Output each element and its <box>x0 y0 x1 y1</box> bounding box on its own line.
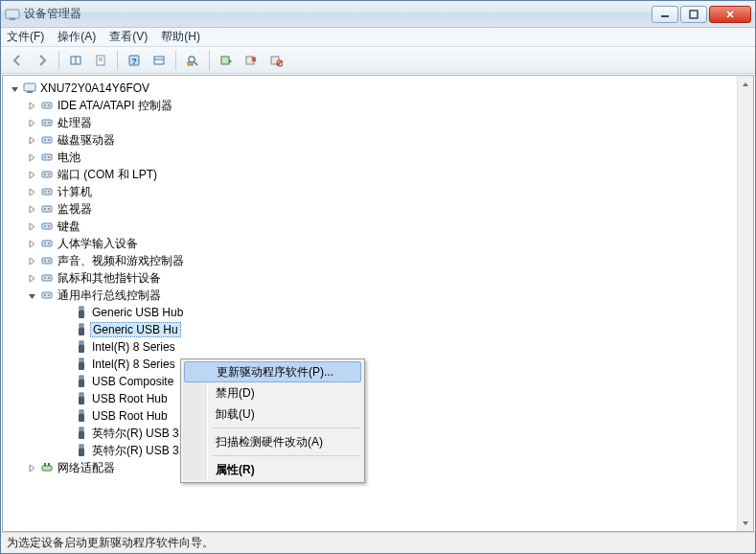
svg-rect-79 <box>48 463 50 466</box>
expander-closed-icon[interactable] <box>26 220 37 232</box>
svg-rect-74 <box>79 431 84 439</box>
svg-rect-3 <box>690 11 698 18</box>
show-hide-console-button[interactable] <box>65 50 86 71</box>
tree-item[interactable]: USB Root Hub <box>3 390 737 407</box>
svg-rect-41 <box>42 206 52 212</box>
expander-closed-icon[interactable] <box>26 151 37 163</box>
context-menu-separator <box>212 427 360 428</box>
properties-button[interactable] <box>90 50 111 71</box>
tree-category[interactable]: 通用串行总线控制器 <box>3 287 737 304</box>
tree-category[interactable]: 鼠标和其他指针设备 <box>3 269 737 287</box>
svg-rect-70 <box>79 397 84 404</box>
expander-open-icon[interactable] <box>9 82 20 94</box>
device-category-icon <box>39 115 55 130</box>
context-menu-update-driver[interactable]: 更新驱动程序软件(P)... <box>184 361 361 382</box>
expander-none <box>60 445 72 456</box>
tree-category-label: 处理器 <box>57 115 92 131</box>
uninstall-button[interactable] <box>241 50 262 71</box>
svg-rect-44 <box>42 223 52 229</box>
tree-item[interactable]: Generic USB Hu <box>3 321 737 338</box>
context-menu-separator <box>212 455 360 456</box>
expander-closed-icon[interactable] <box>26 169 37 180</box>
scroll-down-arrow[interactable] <box>738 515 753 531</box>
context-menu-properties[interactable]: 属性(R) <box>183 459 362 480</box>
svg-rect-62 <box>79 328 84 335</box>
menu-help[interactable]: 帮助(H) <box>161 29 200 45</box>
svg-rect-29 <box>42 137 52 143</box>
toolbar: ? <box>1 47 755 74</box>
device-tree[interactable]: XNU72Y0A14Y6FOVIDE ATA/ATAPI 控制器处理器磁盘驱动器… <box>3 76 737 531</box>
tree-item[interactable]: 英特尔(R) USB 3 <box>3 425 737 442</box>
expander-closed-icon[interactable] <box>26 272 37 284</box>
menu-action[interactable]: 操作(A) <box>57 29 96 45</box>
tree-item[interactable]: USB Root Hub <box>3 407 737 425</box>
svg-point-57 <box>44 294 46 296</box>
tree-category[interactable]: 人体学输入设备 <box>3 235 737 252</box>
tree-root[interactable]: XNU72Y0A14Y6FOV <box>3 80 737 97</box>
expander-closed-icon[interactable] <box>26 255 37 266</box>
scroll-up-arrow[interactable] <box>738 76 753 92</box>
svg-rect-60 <box>79 311 84 318</box>
tree-category-label: IDE ATA/ATAPI 控制器 <box>57 98 172 114</box>
toolbar-separator <box>175 51 176 70</box>
svg-rect-32 <box>42 154 52 160</box>
tree-category-label: 电池 <box>57 150 80 166</box>
tree-item[interactable]: 英特尔(R) USB 3.0 可扩展主机控制器 <box>3 442 737 459</box>
minimize-button[interactable] <box>652 6 678 23</box>
tree-item[interactable]: USB Composite <box>3 373 737 390</box>
tree-category[interactable]: 磁盘驱动器 <box>3 131 737 149</box>
menu-view[interactable]: 查看(V) <box>109 29 148 45</box>
tree-category[interactable]: 端口 (COM 和 LPT) <box>3 166 737 183</box>
tree-category[interactable]: 监视器 <box>3 200 737 218</box>
menu-file[interactable]: 文件(F) <box>7 29 44 45</box>
tree-category[interactable]: 键盘 <box>3 218 737 235</box>
svg-rect-69 <box>80 393 83 397</box>
usb-device-icon <box>74 443 89 458</box>
expander-closed-icon[interactable] <box>26 462 37 473</box>
svg-rect-76 <box>79 449 84 456</box>
forward-button[interactable] <box>32 50 53 71</box>
svg-point-52 <box>48 260 50 262</box>
context-menu-scan[interactable]: 扫描检测硬件改动(A) <box>183 431 362 452</box>
usb-device-icon <box>74 305 89 320</box>
device-category-icon <box>39 219 55 234</box>
svg-point-55 <box>48 277 50 279</box>
tree-item-label: USB Root Hub <box>92 392 168 405</box>
tree-category[interactable]: 处理器 <box>3 114 737 131</box>
expander-closed-icon[interactable] <box>26 134 37 146</box>
back-button[interactable] <box>7 50 28 71</box>
tree-item[interactable]: Intel(R) 8 Series <box>3 338 737 356</box>
tree-category[interactable]: 计算机 <box>3 183 737 200</box>
context-menu-uninstall[interactable]: 卸载(U) <box>183 404 362 425</box>
svg-rect-47 <box>42 241 52 246</box>
expander-closed-icon[interactable] <box>26 203 37 215</box>
window-title: 设备管理器 <box>24 6 652 22</box>
svg-point-51 <box>44 260 46 262</box>
tree-category[interactable]: 声音、视频和游戏控制器 <box>3 252 737 269</box>
action-button[interactable] <box>149 50 170 71</box>
update-driver-button[interactable] <box>216 50 237 71</box>
vertical-scrollbar[interactable] <box>737 76 753 531</box>
expander-closed-icon[interactable] <box>26 238 37 249</box>
close-button[interactable] <box>709 6 751 23</box>
tree-item[interactable]: Generic USB Hub <box>3 304 737 321</box>
tree-category[interactable]: 电池 <box>3 149 737 166</box>
tree-item[interactable]: Intel(R) 8 Series <box>3 356 737 373</box>
tree-category[interactable]: 网络适配器 <box>3 459 737 476</box>
svg-rect-23 <box>42 103 52 108</box>
scan-hardware-button[interactable] <box>182 50 203 71</box>
svg-rect-2 <box>661 15 669 17</box>
expander-closed-icon[interactable] <box>26 186 37 197</box>
expander-closed-icon[interactable] <box>26 117 37 128</box>
expander-open-icon[interactable] <box>26 289 37 301</box>
help-button[interactable]: ? <box>124 50 145 71</box>
svg-rect-67 <box>80 376 83 380</box>
svg-rect-77 <box>42 466 52 471</box>
expander-closed-icon[interactable] <box>26 100 37 111</box>
tree-category-label: 监视器 <box>57 201 92 218</box>
maximize-button[interactable] <box>680 6 707 23</box>
context-menu-disable[interactable]: 禁用(D) <box>183 382 362 404</box>
svg-point-30 <box>44 139 46 141</box>
tree-category[interactable]: IDE ATA/ATAPI 控制器 <box>3 97 737 114</box>
disable-button[interactable] <box>265 50 286 71</box>
